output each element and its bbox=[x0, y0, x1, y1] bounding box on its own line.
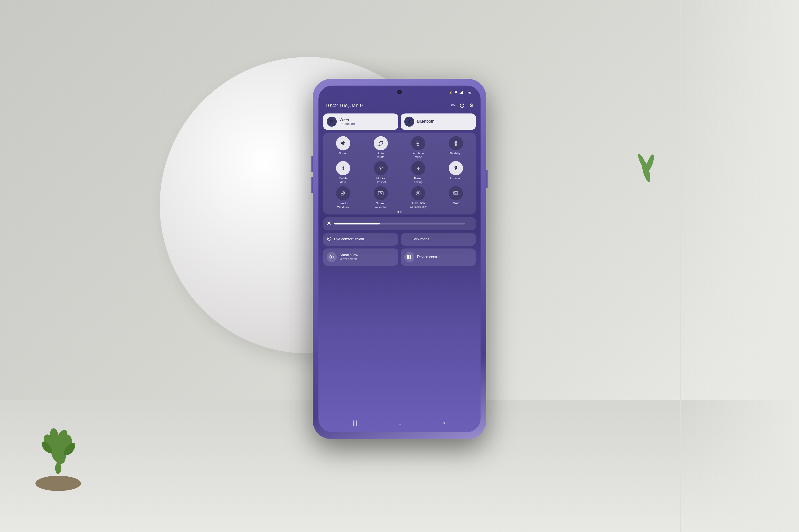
plant-right bbox=[625, 126, 667, 183]
eye-comfort-label: Eye comfort shield bbox=[334, 237, 364, 241]
airplane-tile[interactable]: Airplane mode bbox=[400, 136, 436, 159]
svg-rect-14 bbox=[460, 93, 461, 94]
wifi-tile[interactable]: Wi-Fi Production bbox=[323, 113, 398, 130]
smart-view-icon bbox=[327, 252, 337, 262]
smart-view-tile[interactable]: Smart View Mirror screen bbox=[323, 248, 398, 266]
bluetooth-tile[interactable]: Bluetooth bbox=[401, 113, 476, 130]
header-row: 10:42 Tue, Jan 9 ✏ ⏻ ⚙ bbox=[323, 101, 476, 110]
dot-1 bbox=[397, 211, 399, 212]
wifi-tile-icon bbox=[327, 116, 337, 127]
svg-rect-30 bbox=[341, 193, 343, 195]
svg-rect-23 bbox=[455, 141, 457, 142]
battery-text: 80% bbox=[465, 91, 471, 95]
svg-point-38 bbox=[328, 222, 330, 224]
mobile-data-label: Mobile data bbox=[339, 177, 347, 185]
power-saving-label: Power saving bbox=[414, 177, 422, 185]
hotspot-tile[interactable]: Mobile Hotspot bbox=[363, 161, 399, 185]
svg-text:DeX: DeX bbox=[454, 192, 458, 194]
smart-view-title: Smart View bbox=[340, 253, 358, 258]
brightness-icon bbox=[327, 221, 331, 226]
mobile-data-icon bbox=[336, 161, 350, 175]
svg-rect-52 bbox=[410, 255, 411, 257]
mobile-data-tile[interactable]: Mobile data bbox=[325, 161, 361, 185]
flashlight-label: Flashlight bbox=[450, 152, 462, 155]
smart-view-subtitle: Mirror screen bbox=[340, 258, 358, 261]
power-icon[interactable]: ⏻ bbox=[459, 102, 465, 109]
device-control-icon bbox=[404, 252, 414, 262]
auto-rotate-icon bbox=[374, 136, 388, 150]
svg-rect-13 bbox=[459, 93, 460, 94]
recent-apps-icon[interactable]: ||| bbox=[353, 419, 357, 426]
svg-rect-29 bbox=[344, 192, 345, 193]
brightness-section[interactable]: ⋮ bbox=[323, 217, 476, 230]
svg-point-0 bbox=[35, 476, 81, 491]
svg-point-17 bbox=[331, 122, 332, 124]
power-button[interactable] bbox=[486, 170, 488, 188]
link-windows-icon bbox=[336, 186, 350, 200]
svg-rect-15 bbox=[461, 92, 462, 94]
quick-share-label: Quick Share Contacts only bbox=[410, 202, 427, 209]
brightness-bar[interactable] bbox=[334, 223, 465, 225]
dark-mode-tile[interactable]: Dark mode bbox=[401, 233, 476, 246]
hotspot-icon bbox=[374, 161, 388, 175]
dex-tile[interactable]: DeX DeX bbox=[438, 186, 474, 209]
wifi-status-icon bbox=[454, 91, 458, 95]
dot-2 bbox=[400, 211, 402, 212]
control-panel: 10:42 Tue, Jan 9 ✏ ⏻ ⚙ bbox=[319, 99, 480, 414]
phone: ⚡ bbox=[313, 79, 486, 439]
icon-grid: Sound bbox=[325, 136, 474, 209]
flashlight-icon bbox=[449, 136, 463, 150]
bluetooth-tile-text: Bluetooth bbox=[417, 119, 434, 124]
auto-rotate-tile[interactable]: Auto rotate bbox=[363, 136, 399, 159]
bluetooth-tile-icon bbox=[404, 116, 414, 127]
back-icon[interactable]: < bbox=[443, 419, 446, 426]
quick-share-tile[interactable]: Quick Share Contacts only bbox=[400, 186, 436, 209]
right-panel bbox=[680, 0, 799, 532]
icon-grid-section: Sound bbox=[323, 132, 476, 214]
brightness-fill bbox=[334, 223, 380, 225]
svg-rect-51 bbox=[407, 255, 409, 257]
settings-icon[interactable]: ⚙ bbox=[469, 102, 474, 109]
flashlight-tile[interactable]: Flashlight bbox=[438, 136, 474, 159]
volume-down-button[interactable] bbox=[311, 177, 313, 193]
auto-rotate-label: Auto rotate bbox=[377, 152, 384, 159]
smart-view-text: Smart View Mirror screen bbox=[340, 253, 358, 261]
wifi-subtitle: Production bbox=[340, 122, 355, 126]
power-saving-tile[interactable]: Power saving bbox=[400, 161, 436, 185]
eye-comfort-tile[interactable]: Eye comfort shield bbox=[323, 233, 398, 246]
edit-icon[interactable]: ✏ bbox=[451, 102, 455, 109]
wifi-tile-text: Wi-Fi Production bbox=[340, 117, 355, 126]
home-icon[interactable]: ○ bbox=[398, 419, 402, 426]
svg-marker-50 bbox=[331, 256, 333, 258]
svg-rect-28 bbox=[344, 191, 345, 192]
svg-marker-21 bbox=[382, 141, 383, 142]
airplane-label: Airplane mode bbox=[413, 152, 424, 159]
nav-bar: ||| ○ < bbox=[319, 414, 480, 432]
sound-label: Sound bbox=[339, 152, 347, 155]
phone-body: ⚡ bbox=[313, 79, 486, 439]
eye-comfort-icon bbox=[327, 236, 332, 242]
svg-marker-20 bbox=[341, 141, 344, 145]
bluetooth-title: Bluetooth bbox=[417, 119, 434, 124]
svg-line-44 bbox=[330, 224, 330, 225]
svg-point-6 bbox=[55, 462, 61, 474]
svg-point-12 bbox=[456, 94, 456, 94]
location-tile[interactable]: Location bbox=[438, 161, 474, 185]
svg-rect-16 bbox=[462, 91, 463, 94]
plant-left bbox=[18, 377, 98, 491]
device-control-tile[interactable]: Device control bbox=[401, 248, 476, 266]
volume-up-button[interactable] bbox=[311, 156, 313, 172]
status-icons: ⚡ bbox=[449, 91, 471, 95]
svg-rect-54 bbox=[410, 257, 411, 259]
location-icon bbox=[449, 161, 463, 175]
quick-share-icon bbox=[411, 186, 425, 200]
screen-recorder-tile[interactable]: Screen recorder bbox=[363, 186, 399, 209]
sound-tile[interactable]: Sound bbox=[325, 136, 361, 159]
link-windows-tile[interactable]: Link to Windows bbox=[325, 186, 361, 209]
datetime-display: 10:42 Tue, Jan 9 bbox=[325, 102, 363, 109]
brightness-more-icon[interactable]: ⋮ bbox=[468, 221, 472, 226]
dark-mode-label: Dark mode bbox=[412, 237, 430, 241]
status-bar: ⚡ bbox=[319, 87, 480, 99]
link-windows-label: Link to Windows bbox=[337, 202, 349, 209]
location-label: Location bbox=[450, 177, 461, 180]
